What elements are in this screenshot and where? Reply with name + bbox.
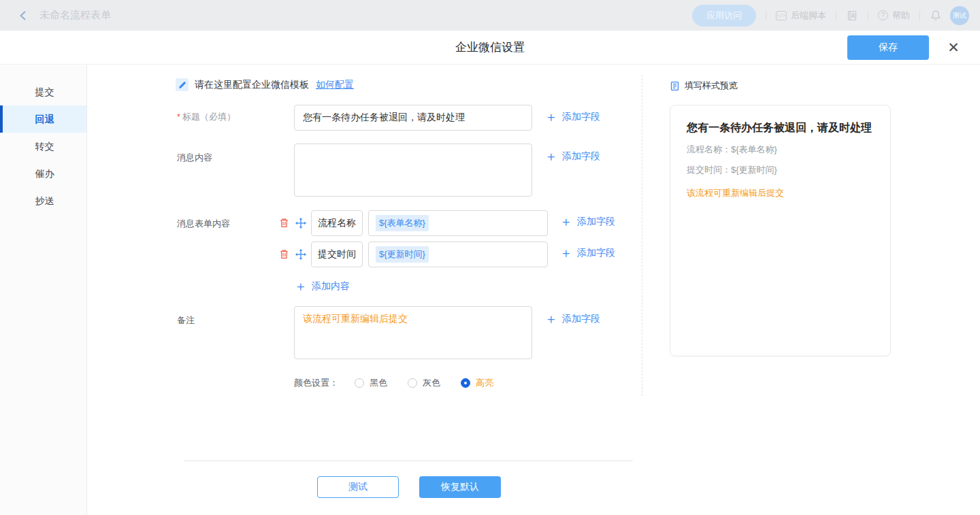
field-token: ${更新时间}	[376, 246, 429, 263]
test-button[interactable]: 测试	[317, 476, 399, 498]
help-label: 帮助	[892, 10, 910, 22]
plus-icon: ＋	[559, 246, 572, 259]
add-field-link-title[interactable]: ＋添加字段	[544, 110, 600, 123]
help-icon: ?	[878, 10, 888, 20]
preview-line: 流程名称：${表单名称}	[687, 144, 874, 156]
save-button[interactable]: 保存	[847, 35, 929, 60]
title-field-label: *标题（必填）	[177, 111, 235, 123]
notifications-button[interactable]	[930, 10, 942, 22]
back-icon[interactable]	[18, 10, 30, 22]
contacts-button[interactable]	[846, 10, 858, 22]
plus-icon: ＋	[544, 150, 557, 163]
plus-icon: ＋	[544, 110, 557, 123]
row-value-field[interactable]: ${更新时间}	[368, 242, 548, 267]
radio-icon	[461, 378, 470, 388]
radio-icon	[408, 378, 417, 388]
row-key-input[interactable]	[311, 242, 363, 267]
row-key-input[interactable]	[311, 210, 363, 236]
move-row-icon[interactable]	[295, 218, 306, 229]
modal-header: 企业微信设置 保存 ✕	[0, 31, 980, 65]
sidebar: 提交 回退 转交 催办 抄送	[0, 65, 87, 515]
bell-icon	[930, 10, 942, 22]
sidebar-item-cc[interactable]: 抄送	[0, 187, 86, 214]
plus-icon: ＋	[294, 280, 307, 293]
radio-option-2[interactable]: 高亮	[461, 377, 493, 389]
row-value-field[interactable]: ${表单名称}	[368, 210, 548, 236]
config-hint-text: 请在这里配置企业微信模板	[195, 79, 309, 91]
sidebar-item-submit[interactable]: 提交	[0, 78, 86, 105]
note-field-label: 备注	[177, 314, 195, 327]
backend-script-label: 后端脚本	[791, 10, 826, 22]
edit-pencil-icon	[176, 78, 189, 91]
content-textarea[interactable]	[294, 144, 532, 197]
required-mark: *	[177, 112, 180, 122]
sidebar-item-transfer[interactable]: 转交	[0, 133, 86, 160]
plus-icon: ＋	[559, 215, 572, 228]
color-setting-row: 颜色设置： 黑色 灰色 高亮	[294, 377, 514, 389]
contacts-icon	[846, 10, 858, 22]
topbar-divider	[868, 10, 868, 21]
modal-title: 企业微信设置	[0, 31, 980, 65]
preview-card: 您有一条待办任务被退回，请及时处理 流程名称：${表单名称} 提交时间：${更新…	[670, 105, 891, 356]
color-setting-label: 颜色设置：	[294, 377, 338, 389]
add-field-link-row1[interactable]: ＋添加字段	[559, 215, 615, 228]
help-button[interactable]: ? 帮助	[878, 10, 910, 22]
add-content-link[interactable]: ＋添加内容	[294, 280, 350, 293]
radio-icon	[355, 378, 364, 388]
topbar-divider	[766, 10, 766, 21]
restore-default-button[interactable]: 恢复默认	[419, 476, 501, 498]
preview-header-label: 填写样式预览	[685, 80, 738, 92]
table-field-label: 消息表单内容	[177, 218, 230, 230]
document-title: 未命名流程表单	[39, 9, 111, 22]
vertical-dashed-divider	[642, 75, 642, 396]
app-access-button[interactable]: 应用访问	[692, 5, 756, 27]
radio-option-1[interactable]: 灰色	[408, 377, 440, 389]
delete-row-icon[interactable]	[279, 249, 290, 260]
topbar: 未命名流程表单 应用访问 </> 后端脚本 ? 帮助	[0, 0, 980, 31]
close-icon[interactable]: ✕	[943, 37, 964, 58]
bottom-divider	[184, 461, 633, 461]
sidebar-item-urge[interactable]: 催办	[0, 160, 86, 187]
delete-row-icon[interactable]	[279, 218, 290, 229]
move-row-icon[interactable]	[295, 249, 306, 260]
field-token: ${表单名称}	[376, 215, 429, 231]
content-field-label: 消息内容	[177, 152, 212, 164]
topbar-divider	[836, 10, 836, 21]
radio-option-0[interactable]: 黑色	[355, 377, 387, 389]
preview-line: 提交时间：${更新时间}	[687, 164, 874, 176]
title-input[interactable]	[294, 105, 532, 131]
note-textarea[interactable]: 该流程可重新编辑后提交	[294, 306, 532, 359]
add-field-link-content[interactable]: ＋添加字段	[544, 150, 600, 163]
user-avatar[interactable]: 测试	[950, 6, 969, 25]
modal-body: 提交 回退 转交 催办 抄送 请在这里配置企业微信模板 如何配置 *标题（必填）…	[0, 65, 980, 515]
backend-script-button[interactable]: </> 后端脚本	[776, 10, 826, 22]
add-field-link-row2[interactable]: ＋添加字段	[559, 246, 615, 259]
code-icon: </>	[776, 11, 787, 20]
preview-line: 该流程可重新编辑后提交	[687, 187, 874, 199]
sidebar-item-return[interactable]: 回退	[0, 105, 86, 133]
how-to-configure-link[interactable]: 如何配置	[316, 79, 354, 91]
topbar-divider	[919, 10, 920, 21]
preview-doc-icon	[670, 81, 680, 91]
preview-title: 您有一条待办任务被退回，请及时处理	[687, 121, 874, 135]
plus-icon: ＋	[544, 312, 557, 325]
add-field-link-note[interactable]: ＋添加字段	[544, 312, 600, 325]
